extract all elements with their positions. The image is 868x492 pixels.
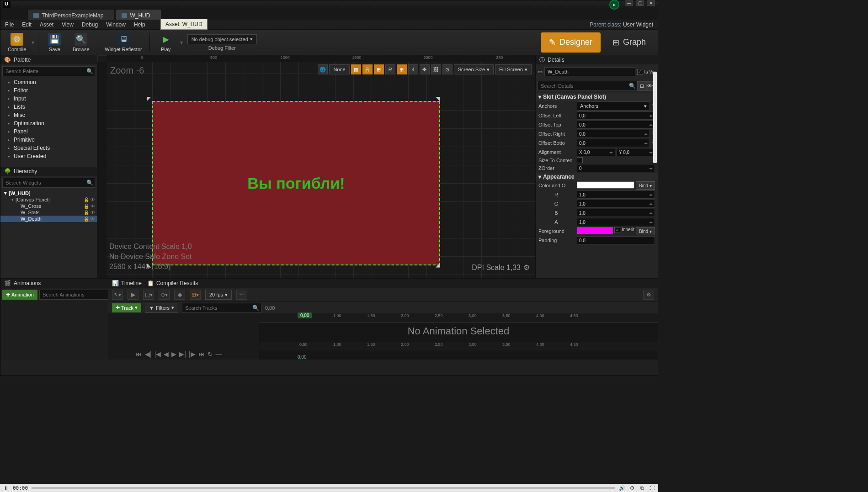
tab-widget[interactable]: W_HUD: [116, 10, 161, 20]
anchor-top-left[interactable]: ◤: [147, 95, 159, 107]
menu-debug[interactable]: Debug: [82, 21, 98, 28]
menu-edit[interactable]: Edit: [22, 21, 32, 28]
menu-file[interactable]: File: [5, 21, 14, 28]
browse-button[interactable]: 🔍Browse: [69, 32, 93, 53]
fps-combo[interactable]: 20 fps▾: [205, 290, 232, 300]
localization-button[interactable]: 🌐: [318, 64, 328, 74]
foreground-swatch[interactable]: [577, 227, 613, 234]
palette-scrollbar[interactable]: [653, 72, 657, 163]
snap-button[interactable]: ⊞▾: [190, 290, 201, 300]
gear-icon[interactable]: ⚙: [523, 263, 530, 272]
zorder-input[interactable]: 0◂▸: [577, 164, 655, 172]
play-button[interactable]: ▶Play: [154, 32, 178, 53]
filters-combo[interactable]: ▼ Filters ▾: [145, 303, 178, 313]
details-view-options[interactable]: ⊞: [637, 81, 646, 90]
eye-icon[interactable]: 👁: [91, 217, 95, 222]
tab-level[interactable]: ThirdPersonExampleMap: [28, 10, 114, 20]
save-button[interactable]: 💾Save: [42, 32, 67, 53]
widget-reflector-button[interactable]: 🖥Widget Reflector: [101, 32, 145, 53]
parent-class-link[interactable]: User Widget: [623, 21, 653, 28]
anchor-bottom-right[interactable]: ◢: [436, 262, 447, 274]
hierarchy-item[interactable]: ▾[Canvas Panel]🔓👁: [0, 196, 97, 203]
lock-icon[interactable]: 🔓: [84, 217, 89, 222]
graph-mode-button[interactable]: ⊞Graph: [604, 32, 654, 53]
prev-key-icon[interactable]: |◀: [154, 350, 161, 358]
color-g-input[interactable]: 1,0◂▸: [577, 200, 655, 208]
maximize-button[interactable]: ▢: [636, 0, 644, 6]
palette-search[interactable]: 🔍: [2, 66, 95, 76]
eye-icon[interactable]: 👁: [91, 197, 95, 202]
padding-input[interactable]: 0.0: [577, 236, 655, 244]
loc-preview-button[interactable]: ✥: [420, 64, 430, 74]
add-animation-button[interactable]: ✚ Animation: [2, 290, 37, 300]
hierarchy-item[interactable]: W_Cross🔓👁: [0, 203, 97, 209]
designer-mode-button[interactable]: ✎Designer: [541, 32, 601, 53]
eye-icon[interactable]: 👁: [91, 210, 95, 215]
add-track-button[interactable]: ✚ Track ▾: [112, 303, 141, 312]
play-reverse-icon[interactable]: ◀: [164, 350, 169, 358]
lock-icon[interactable]: 🔓: [84, 204, 89, 209]
step-forward-icon[interactable]: |▶: [189, 350, 196, 358]
key-all-button[interactable]: ◆: [174, 290, 185, 300]
grid-toggle[interactable]: ⊞: [397, 64, 407, 74]
palette-category[interactable]: Panel: [0, 127, 97, 136]
color-b-input[interactable]: 1,0◂▸: [577, 209, 655, 217]
cursor-mode-button[interactable]: ↖▾: [112, 290, 123, 300]
hierarchy-root[interactable]: ▾[W_HUD]: [0, 190, 97, 196]
next-key-icon[interactable]: ▶|: [179, 350, 186, 358]
palette-category[interactable]: User Created: [0, 152, 97, 160]
none-combo[interactable]: None: [329, 64, 349, 74]
inherit-checkbox[interactable]: ✓: [614, 227, 620, 233]
fullscreen-icon[interactable]: ⛶: [649, 485, 655, 491]
offset-right-input[interactable]: 0,0◂▸: [577, 130, 650, 138]
zoom-button[interactable]: ⊙: [442, 64, 453, 74]
palette-category[interactable]: Primitive: [0, 136, 97, 144]
hierarchy-item[interactable]: W_Stats🔓👁: [0, 209, 97, 216]
slot-section[interactable]: ▾ Slot (Canvas Panel Slot): [536, 93, 658, 101]
anchor-top-right[interactable]: ◥: [436, 95, 447, 107]
screen-size-combo[interactable]: Screen Size▾: [454, 64, 494, 74]
play-anim-button[interactable]: ▶: [128, 290, 138, 300]
minimize-button[interactable]: —: [625, 0, 633, 6]
source-control-badge[interactable]: ▸: [609, 0, 619, 10]
video-seek-track[interactable]: [32, 487, 615, 489]
settings-button[interactable]: ⚙: [643, 290, 654, 300]
appearance-section[interactable]: ▾ Appearance: [536, 173, 658, 181]
widget-name-field[interactable]: [544, 67, 635, 76]
offset-bottom-input[interactable]: 0,0◂▸: [577, 139, 650, 147]
palette-category[interactable]: Common: [0, 78, 97, 86]
timeline-ruler-top[interactable]: 0,501,001,502,002,503,003,504,004,50: [259, 313, 658, 323]
menu-asset[interactable]: Asset: [40, 21, 53, 28]
compiler-results-tab[interactable]: 📋Compiler Results: [147, 280, 198, 286]
bind-button[interactable]: Bind▾: [636, 181, 655, 190]
track-search[interactable]: 🔍: [182, 303, 261, 313]
compile-button[interactable]: ⚙Compile: [4, 32, 30, 53]
goto-end-icon[interactable]: ⏭: [198, 350, 205, 358]
settings-icon[interactable]: ⚙: [629, 485, 635, 491]
transport-controls[interactable]: ⏮ ◀| |◀ ◀ ▶ ▶| |▶ ⏭ ↻ —: [136, 350, 222, 358]
timeline-tab[interactable]: 📊Timeline: [112, 280, 142, 286]
pause-icon[interactable]: ⏸: [3, 485, 9, 491]
lock-icon[interactable]: 🔓: [84, 210, 89, 215]
lock-icon[interactable]: 🔓: [84, 197, 89, 202]
curve-button[interactable]: 〰: [236, 290, 247, 300]
stop-anim-button[interactable]: ▢▾: [143, 290, 154, 300]
pip-icon[interactable]: ⧉: [639, 485, 645, 491]
canvas-widget[interactable]: Вы погибли!: [152, 101, 440, 265]
details-search[interactable]: 🔍⊞👁▾: [538, 81, 656, 91]
palette-category[interactable]: Lists: [0, 103, 97, 111]
color-a-input[interactable]: 1,0◂▸: [577, 218, 655, 226]
viewport[interactable]: 0500100015002000250 Zoom -6 🌐 None ▦ 🔒 ⊞…: [97, 55, 535, 278]
loop-icon[interactable]: ↻: [208, 350, 213, 358]
play-forward-icon[interactable]: ▶: [171, 350, 176, 358]
color-r-input[interactable]: 1,0◂▸: [577, 190, 655, 199]
outline-toggle[interactable]: ▦: [351, 64, 361, 74]
hierarchy-search[interactable]: 🔍: [2, 178, 95, 188]
fill-screen-combo[interactable]: Fill Screen▾: [495, 64, 532, 74]
hierarchy-item[interactable]: W_Death🔓👁: [0, 216, 97, 222]
is-variable-checkbox[interactable]: ✓: [637, 69, 643, 75]
timeline-ruler-bottom[interactable]: 0,501,001,502,002,503,003,504,004,50: [259, 342, 658, 351]
palette-category[interactable]: Editor: [0, 86, 97, 95]
image-button[interactable]: 🖼: [431, 64, 441, 74]
grid-snap-value[interactable]: 4: [408, 64, 418, 74]
